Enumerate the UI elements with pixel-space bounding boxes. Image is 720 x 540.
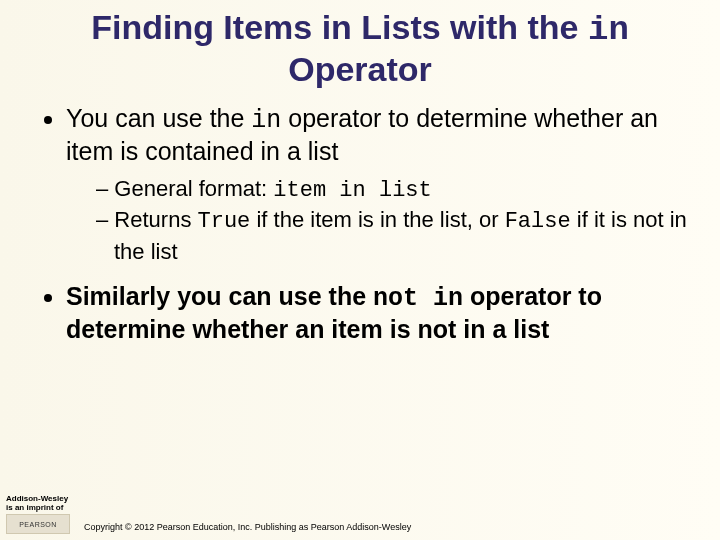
b1-seg0: You can use the xyxy=(66,104,251,132)
slide-title: Finding Items in Lists with the in Opera… xyxy=(30,8,690,89)
bullet-2: Similarly you can use the not in operato… xyxy=(66,281,690,346)
footer-row: PEARSON Copyright © 2012 Pearson Educati… xyxy=(6,514,714,534)
footer: Addison-Wesley is an imprint of PEARSON … xyxy=(0,491,720,540)
b1-code: in xyxy=(251,106,281,135)
b2-seg0: Similarly you can use the xyxy=(66,282,373,310)
title-code: in xyxy=(588,11,629,49)
b2-code: not in xyxy=(373,284,463,313)
s12-code2: False xyxy=(505,209,571,234)
imprint: Addison-Wesley is an imprint of xyxy=(6,495,714,512)
s11-seg0: General format: xyxy=(114,176,273,201)
s12-code1: True xyxy=(198,209,251,234)
s12-seg2: if the item is in the list, or xyxy=(250,207,504,232)
copyright-text: Copyright © 2012 Pearson Education, Inc.… xyxy=(84,522,411,534)
title-part2: Operator xyxy=(288,50,432,88)
bullet-list: You can use the in operator to determine… xyxy=(30,103,690,345)
imprint-line2: is an imprint of xyxy=(6,503,63,512)
sub-list-1: General format: item in list Returns Tru… xyxy=(66,174,690,267)
s12-seg0: Returns xyxy=(114,207,197,232)
bullet-1: You can use the in operator to determine… xyxy=(66,103,690,267)
sub-1-2: Returns True if the item is in the list,… xyxy=(96,205,690,266)
sub-1-1: General format: item in list xyxy=(96,174,690,206)
title-part1: Finding Items in Lists with the xyxy=(91,8,588,46)
pearson-logo: PEARSON xyxy=(6,514,70,534)
logo-text: PEARSON xyxy=(19,521,57,528)
s11-code: item in list xyxy=(273,178,431,203)
